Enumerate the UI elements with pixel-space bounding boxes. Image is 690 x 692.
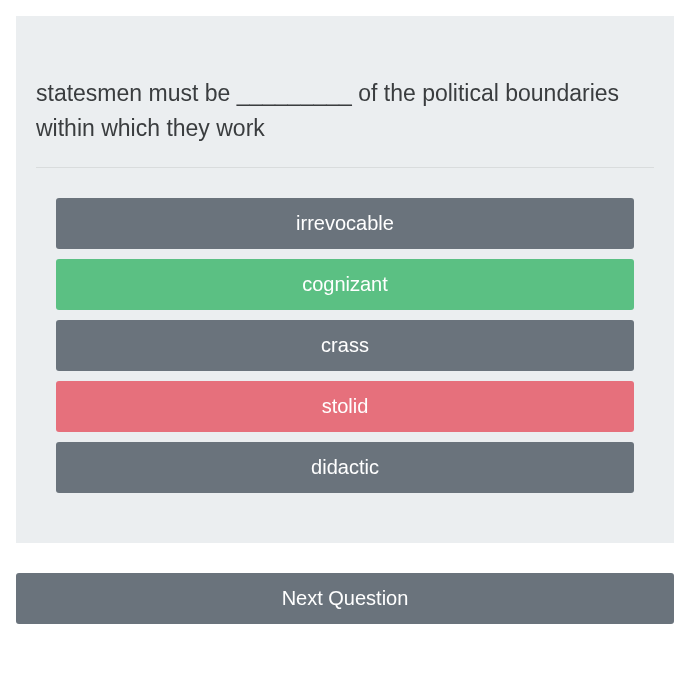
- answer-option-3[interactable]: stolid: [56, 381, 634, 432]
- question-text: statesmen must be _________ of the polit…: [36, 76, 654, 168]
- answer-option-0[interactable]: irrevocable: [56, 198, 634, 249]
- answers-container: irrevocable cognizant crass stolid didac…: [36, 198, 654, 493]
- answer-option-2[interactable]: crass: [56, 320, 634, 371]
- answer-option-4[interactable]: didactic: [56, 442, 634, 493]
- quiz-card: statesmen must be _________ of the polit…: [16, 16, 674, 543]
- answer-option-1[interactable]: cognizant: [56, 259, 634, 310]
- next-question-button[interactable]: Next Question: [16, 573, 674, 624]
